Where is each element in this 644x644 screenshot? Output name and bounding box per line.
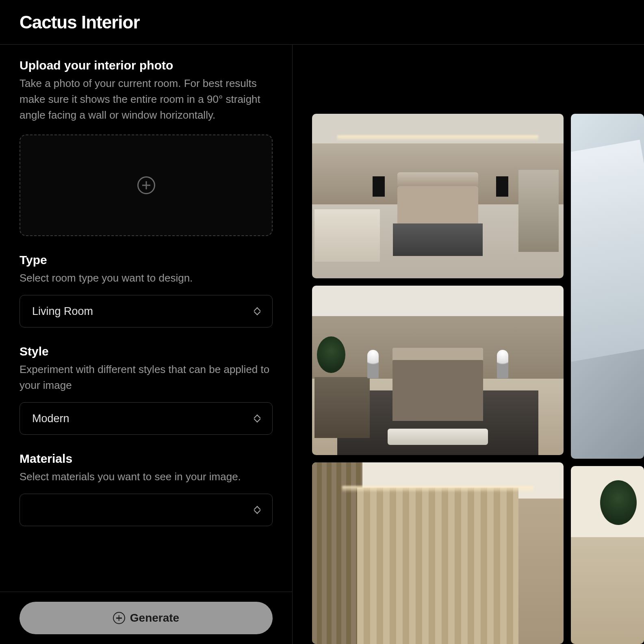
style-desc: Experiment with different styles that ca… [20,362,273,393]
chevron-up-down-icon [254,307,260,315]
type-desc: Select room type you want to design. [20,270,273,286]
gallery-thumb[interactable] [571,466,644,644]
materials-desc: Select materials you want to see in your… [20,469,273,485]
gallery-thumb[interactable] [312,462,564,644]
brand-logo: Cactus Interior [20,12,624,33]
materials-title: Materials [20,452,273,466]
gallery [293,44,644,644]
type-section: Type Select room type you want to design… [20,253,273,327]
sidebar: Upload your interior photo Take a photo … [0,44,293,644]
upload-dropzone[interactable] [20,134,273,236]
style-select-value: Modern [32,412,69,425]
chevron-up-down-icon [254,506,260,514]
generate-button[interactable]: Generate [20,602,273,634]
upload-desc: Take a photo of your current room. For b… [20,76,273,123]
chevron-up-down-icon [254,414,260,423]
header: Cactus Interior [0,0,644,44]
generate-area: Generate [0,592,292,644]
materials-select[interactable] [20,494,273,526]
style-section: Style Experiment with different styles t… [20,345,273,435]
upload-title: Upload your interior photo [20,59,273,72]
generate-button-label: Generate [130,611,179,624]
style-select[interactable]: Modern [20,402,273,435]
gallery-thumb[interactable] [312,114,564,278]
plus-circle-icon [137,176,155,194]
gallery-thumb[interactable] [312,286,564,455]
type-select[interactable]: Living Room [20,295,273,327]
type-title: Type [20,253,273,267]
gallery-thumb[interactable] [571,114,644,459]
type-select-value: Living Room [32,305,93,318]
style-title: Style [20,345,273,358]
upload-section: Upload your interior photo Take a photo … [20,59,273,236]
materials-section: Materials Select materials you want to s… [20,452,273,526]
plus-circle-icon [113,612,125,624]
